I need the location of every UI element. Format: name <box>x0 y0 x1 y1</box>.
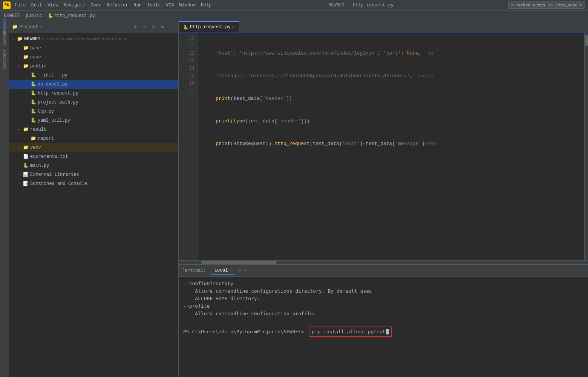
line-num-27: 27 <box>185 89 198 94</box>
structure-sidebar-icon[interactable]: Structure <box>1 56 8 63</box>
menu-view[interactable]: View <box>45 2 61 9</box>
chevron-down-icon[interactable]: ▾ <box>40 25 42 29</box>
case-label: case <box>30 55 41 60</box>
expand-all-button[interactable]: ⇅ <box>150 23 157 31</box>
title-bar-right: ▶ Python tests in test_case ▾ <box>508 2 585 9</box>
main-layout: Project Bookmarks Structure 📁 Project ▾ … <box>0 21 588 377</box>
tree-arrow-result: ▾ <box>18 128 23 132</box>
tree-item-scratches[interactable]: › 📝 Scratches and Console <box>9 179 178 188</box>
menu-navigate[interactable]: Navigate <box>61 2 87 9</box>
menu-tools[interactable]: Tools <box>145 2 163 9</box>
settings-icon[interactable]: ⚙ <box>159 23 166 31</box>
tab-http-request[interactable]: 🐍 http_request.py ✕ <box>179 21 239 32</box>
tree-arrow-scratches: › <box>18 182 23 186</box>
menu-help[interactable]: Help <box>199 2 214 9</box>
title-bar: PC File Edit View Navigate Code Refactor… <box>0 0 588 11</box>
terminal-line-1: Allure commandline configurations direct… <box>183 287 583 295</box>
horizontal-scrollbar[interactable] <box>179 260 588 264</box>
close-panel-button[interactable]: − <box>168 23 175 31</box>
chevron-down-icon: ▾ <box>579 3 582 8</box>
locate-file-button[interactable]: ⊕ <box>132 23 139 31</box>
tree-item-venv[interactable]: › 📁 venv <box>9 143 178 152</box>
code-line-25 <box>204 163 584 170</box>
terminal-tab-local[interactable]: Local ✕ <box>211 267 235 275</box>
code-line-22: print(test_data['header']) <box>204 95 584 102</box>
terminal-label: Terminal: <box>182 268 206 273</box>
result-label: result <box>30 127 46 132</box>
report-folder-icon: 📁 <box>30 136 36 142</box>
menu-code[interactable]: Code <box>88 2 104 9</box>
run-config-button[interactable]: ▶ Python tests in test_case ▾ <box>508 2 585 9</box>
code-content[interactable]: 'host': 'https://www.wininsales.com/Home… <box>198 33 584 260</box>
file-tab-icon: 🐍 <box>48 13 53 18</box>
tree-item-ext-libs[interactable]: › 📊 External Libraries <box>9 170 178 179</box>
bookmarks-sidebar-icon[interactable]: Bookmarks <box>1 32 8 39</box>
tab-close-button[interactable]: ✕ <box>232 25 234 29</box>
init-py-icon: 🐍 <box>30 72 36 78</box>
terminal-add-tab-button[interactable]: + <box>237 268 243 274</box>
project-path-py-icon: 🐍 <box>30 99 36 105</box>
menu-window[interactable]: Window <box>177 2 198 9</box>
project-label: Project <box>19 24 38 30</box>
terminal-tab-dropdown[interactable]: ▾ <box>245 268 247 273</box>
fold-marker-24: ▸ <box>179 66 185 71</box>
terminal-prompt: PS C:\Users\admin\PycharmProjects\NEWNET… <box>183 328 304 336</box>
file-tree: ▾ 📁 NEWNET C:\Users\admin\PycharmProject… <box>9 33 178 377</box>
tree-item-public[interactable]: ▾ 📁 public <box>9 62 178 71</box>
line-num-23: 23 <box>185 58 198 64</box>
tree-item-project-path[interactable]: 🐍 project_path.py <box>9 98 178 107</box>
venv-label: venv <box>30 145 41 150</box>
line-num-24: 24 <box>185 66 198 71</box>
tcp-py-icon: 🐍 <box>30 108 36 114</box>
gutter-line-27: 27 <box>179 87 198 95</box>
gutter-line-23: 23 <box>179 57 198 65</box>
tree-item-equrements[interactable]: 📄 equrements.txt <box>9 152 178 161</box>
tree-item-result[interactable]: ▾ 📁 result <box>9 125 178 134</box>
tree-item-do-excel[interactable]: 🐍 do_excel.py <box>9 80 178 89</box>
code-line-26 <box>204 185 584 193</box>
main-label: main.py <box>30 163 49 168</box>
gutter-line-26: 26 <box>179 80 198 87</box>
breadcrumb-item-0[interactable]: NEWNET <box>4 13 20 18</box>
code-editor[interactable]: 20 ▸ 21 22 23 <box>179 33 588 260</box>
menu-file[interactable]: File <box>13 2 28 9</box>
base-folder-icon: 📁 <box>23 45 29 51</box>
tab-py-icon: 🐍 <box>183 25 188 30</box>
gutter-line-21: ▸ 21 <box>179 42 198 50</box>
code-line-23: print(type(test_data['header'])) <box>204 118 584 125</box>
result-folder-icon: 📁 <box>23 127 29 133</box>
tree-item-base[interactable]: › 📁 base <box>9 44 178 53</box>
tree-root[interactable]: ▾ 📁 NEWNET C:\Users\admin\PycharmProject… <box>9 35 178 44</box>
vertical-scrollbar[interactable] <box>584 33 588 260</box>
code-line-27 <box>204 208 584 215</box>
tree-item-main[interactable]: 🐍 main.py <box>9 161 178 170</box>
menu-run[interactable]: Run <box>131 2 144 9</box>
line-num-25: 25 <box>185 73 198 79</box>
menu-vcs[interactable]: VCS <box>164 2 176 9</box>
tree-item-tcp[interactable]: 🐍 tcp.py <box>9 107 178 116</box>
breadcrumb-item-2[interactable]: 🐍 http_request.py <box>48 13 95 18</box>
tree-item-report[interactable]: 📁 report <box>9 134 178 143</box>
menu-edit[interactable]: Edit <box>29 2 44 9</box>
yaml-label: yaml_util.py <box>38 118 70 123</box>
tree-item-case[interactable]: › 📁 case <box>9 53 178 62</box>
line-num-20: 20 <box>185 36 198 41</box>
terminal-command-box[interactable]: pip install allure-pytest <box>309 327 392 337</box>
ext-libs-icon: 📊 <box>23 172 29 178</box>
terminal-cursor <box>386 329 389 334</box>
tree-item-yaml[interactable]: 🐍 yaml_util.py <box>9 116 178 125</box>
collapse-all-button[interactable]: ≡ <box>141 23 148 31</box>
breadcrumb-item-1[interactable]: public <box>26 13 42 18</box>
tree-item-init[interactable]: 🐍 __init__.py <box>9 71 178 80</box>
project-actions: ⊕ ≡ ⇅ ⚙ − <box>132 23 175 31</box>
breadcrumb: NEWNET › public › 🐍 http_request.py <box>0 11 588 21</box>
terminal-tab-close[interactable]: ✕ <box>230 268 231 272</box>
yaml-py-icon: 🐍 <box>30 118 36 124</box>
terminal-content[interactable]: --configDirectory Allure commandline con… <box>179 277 588 377</box>
project-title: 📁 Project ▾ <box>12 24 42 30</box>
code-line-24: print(HttpRequest().http_request(test_da… <box>204 140 584 148</box>
tree-item-http-request[interactable]: 🐍 http_request.py <box>9 89 178 98</box>
menu-refactor[interactable]: Refactor <box>104 2 131 9</box>
folder-icon: 📁 <box>12 24 18 30</box>
report-label: report <box>38 136 54 141</box>
